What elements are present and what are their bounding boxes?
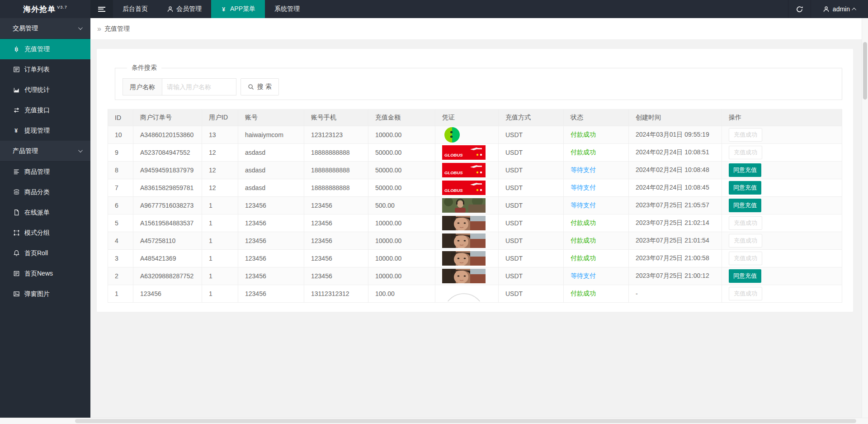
table-header: 操作 (722, 110, 842, 126)
cell-voucher (435, 232, 499, 250)
cell-amount: 500.00 (368, 197, 435, 214)
cell-voucher: GLOBUS (435, 179, 499, 197)
sidebar-item-label: 商品分类 (24, 188, 50, 196)
cell-user-id: 13 (202, 126, 238, 144)
recharge-done-button: 充值成功 (729, 252, 762, 265)
cell-account: 123456 (238, 214, 304, 232)
username-input[interactable] (162, 78, 236, 95)
cell-voucher (435, 285, 499, 303)
cell-method: USDT (499, 250, 564, 267)
cell-voucher (435, 126, 499, 144)
cell-account: asdasd (238, 144, 304, 162)
cell-method: USDT (499, 232, 564, 250)
person-icon (167, 6, 174, 13)
sidebar-item-order-list[interactable]: 订单列表 (0, 59, 90, 80)
sidebar-item-goods-manage[interactable]: 商品管理 (0, 162, 90, 182)
sidebar-item-label: 提现管理 (24, 127, 50, 135)
cell-order-no: A34860120153860 (133, 126, 202, 144)
sidebar-item-label: 首页News (24, 270, 53, 278)
table-header: 凭证 (435, 110, 499, 126)
cell-id: 6 (108, 197, 133, 214)
sidebar-item-recharge-manage[interactable]: B充值管理 (0, 39, 90, 59)
table-header: 用户ID (202, 110, 238, 126)
horizontal-scrollbar-thumb[interactable] (75, 419, 856, 423)
status-text: 等待支付 (571, 272, 596, 279)
sidebar-item-agent-stats[interactable]: 代理统计 (0, 80, 90, 100)
refresh-icon (796, 5, 803, 13)
refresh-button[interactable] (788, 0, 811, 18)
sidebar-item-goods-category[interactable]: 商品分类 (0, 182, 90, 202)
photo-face-image[interactable] (442, 269, 486, 283)
sidebar-toggle-button[interactable] (90, 0, 113, 18)
sidebar-item-home-news[interactable]: 首页News (0, 263, 90, 284)
approve-recharge-button[interactable]: 同意充值 (729, 181, 761, 195)
status-text: 等待支付 (571, 184, 596, 191)
cell-phone: 123456 (304, 267, 368, 285)
green-logo-image[interactable] (442, 127, 462, 143)
sidebar-item-online-dispatch[interactable]: 在线派单 (0, 202, 90, 223)
sidebar-item-trade-group[interactable]: 交易管理 (0, 18, 90, 39)
topnav-item-app-menu[interactable]: ¥APP菜单 (211, 0, 265, 18)
topnav-item-system[interactable]: 系统管理 (265, 0, 309, 18)
recharge-table: ID商户订单号用户ID账号账号手机充值金额凭证充值方式状态创建时间操作 10A3… (108, 109, 842, 303)
cell-user-id: 1 (202, 267, 238, 285)
red-banner-image[interactable]: GLOBUS (442, 163, 486, 177)
cell-status: 等待支付 (564, 179, 629, 197)
cell-created-time: 2024年03月01日 09:55:19 (629, 126, 722, 144)
cell-amount: 10000.00 (368, 232, 435, 250)
approve-recharge-button[interactable]: 同意充值 (729, 199, 761, 212)
sidebar-item-product-group[interactable]: 产品管理 (0, 141, 90, 162)
cell-action: 同意充值 (722, 162, 842, 179)
topnav-item-home[interactable]: 后台首页 (113, 0, 157, 18)
photo-outdoor-image[interactable] (442, 198, 486, 213)
cell-action: 充值成功 (722, 285, 842, 303)
approve-recharge-button[interactable]: 同意充值 (729, 163, 761, 177)
cell-method: USDT (499, 144, 564, 162)
cell-amount: 10000.00 (368, 267, 435, 285)
topnav-item-members[interactable]: 会员管理 (157, 0, 211, 18)
approve-recharge-button[interactable]: 同意充值 (729, 269, 761, 283)
cell-action: 充值成功 (722, 144, 842, 162)
photo-face-image[interactable] (442, 216, 486, 230)
cell-voucher: GLOBUS (435, 162, 499, 179)
red-banner-image[interactable]: GLOBUS (442, 181, 486, 195)
bell-icon (13, 250, 20, 257)
chevron-down-icon (78, 148, 83, 152)
vertical-scrollbar[interactable] (862, 18, 868, 418)
table-row: 9A523708494755212asdasd1888888888850000.… (108, 144, 842, 162)
status-text: 付款成功 (571, 131, 596, 138)
status-text: 付款成功 (571, 148, 596, 156)
search-button-label: 搜 索 (257, 83, 272, 91)
cell-voucher (435, 214, 499, 232)
sidebar-item-mode-group[interactable]: 模式分组 (0, 223, 90, 243)
table-row: 8A9459459183797912asdasd1888888888850000… (108, 162, 842, 179)
red-banner-image[interactable]: GLOBUS (442, 145, 486, 160)
sidebar-item-label: 充值接口 (24, 106, 50, 114)
recharge-done-button: 充值成功 (729, 287, 762, 300)
photo-face-image[interactable] (442, 251, 486, 266)
sidebar-item-label: 模式分组 (24, 229, 50, 237)
cell-created-time: - (629, 285, 722, 303)
sidebar-item-withdraw-manage[interactable]: ¥提现管理 (0, 120, 90, 141)
cell-user-id: 1 (202, 214, 238, 232)
sidebar-item-label: 订单列表 (24, 66, 50, 74)
photo-face-image[interactable] (442, 233, 486, 248)
grey-arc-image[interactable] (442, 286, 486, 301)
horizontal-scrollbar[interactable] (0, 418, 868, 424)
search-button[interactable]: 搜 索 (241, 78, 279, 95)
sidebar-item-home-roll[interactable]: 首页Roll (0, 243, 90, 263)
status-text: 付款成功 (571, 254, 596, 262)
cell-phone: 123456 (304, 214, 368, 232)
cell-id: 5 (108, 214, 133, 232)
cell-amount: 50000.00 (368, 179, 435, 197)
table-body: 10A3486012015386013haiwaiymcom1231231231… (108, 126, 842, 303)
cell-phone: 123456 (304, 197, 368, 214)
status-text: 等待支付 (571, 166, 596, 173)
cell-id: 9 (108, 144, 133, 162)
sidebar-item-popup-image[interactable]: 弹窗图片 (0, 284, 90, 304)
vertical-scrollbar-thumb[interactable] (863, 42, 867, 100)
cell-status: 等待支付 (564, 267, 629, 285)
topbar-right: admin (788, 0, 868, 18)
admin-menu[interactable]: admin (811, 0, 868, 18)
sidebar-item-recharge-api[interactable]: 充值接口 (0, 100, 90, 120)
